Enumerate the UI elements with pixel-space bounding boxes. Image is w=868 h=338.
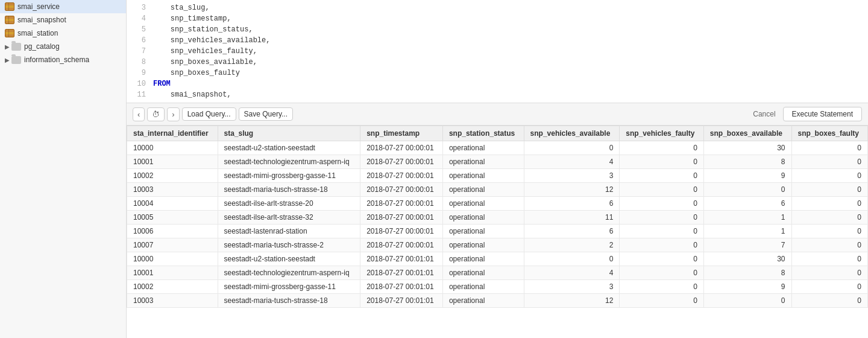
sidebar-item-pg_catalog[interactable]: ▶pg_catalog [0,40,126,53]
table-icon [5,2,14,11]
cell-snp_boxes_faulty: 0 [791,252,867,266]
sidebar-item-smai_snapshot[interactable]: smai_snapshot [0,13,126,27]
cell-sta_slug: seestadt-mimi-grossberg-gasse-11 [218,280,360,294]
code-content: snp_timestamp, [153,13,231,24]
code-line: 10FROM [127,78,868,89]
table-row[interactable]: 10000seestadt-u2-station-seestadt2018-07… [127,252,868,266]
cell-snp_timestamp: 2018-07-27 00:00:01 [360,183,443,197]
code-editor[interactable]: 3 sta_slug,4 snp_timestamp,5 snp_station… [127,0,868,103]
cell-sta_internal_identifier: 10005 [127,211,218,225]
table-row[interactable]: 10001seestadt-technologiezentrum-aspern-… [127,266,868,280]
code-line: 5 snp_station_status, [127,24,868,35]
expand-arrow-icon: ▶ [5,57,10,63]
column-header-sta_slug[interactable]: sta_slug [218,126,360,141]
code-content: sta_slug, [153,2,210,13]
line-number: 9 [131,68,146,78]
cell-snp_vehicles_faulty: 0 [620,211,703,225]
cell-snp_vehicles_available: 12 [524,183,620,197]
cell-snp_boxes_faulty: 0 [791,238,867,252]
cell-snp_vehicles_available: 6 [524,225,620,238]
cell-snp_boxes_faulty: 0 [791,197,867,211]
cell-snp_timestamp: 2018-07-27 00:01:01 [360,266,443,280]
cell-snp_boxes_available: 9 [703,280,791,294]
cell-sta_internal_identifier: 10002 [127,280,218,294]
save-query-button[interactable]: Save Query... [239,107,293,121]
folder-icon [11,43,21,51]
cell-snp_station_status: operational [442,155,524,169]
line-number: 6 [131,35,146,46]
cell-snp_boxes_faulty: 0 [791,155,867,169]
cell-snp_station_status: operational [442,197,524,211]
sidebar-item-smai_station[interactable]: smai_station [0,27,126,40]
cell-snp_vehicles_available: 3 [524,280,620,294]
cell-snp_boxes_available: 8 [703,266,791,280]
code-line: 8 snp_boxes_available, [127,57,868,68]
table-row[interactable]: 10001seestadt-technologiezentrum-aspern-… [127,155,868,169]
column-header-snp_timestamp[interactable]: snp_timestamp [360,126,443,141]
column-header-sta_internal_identifier[interactable]: sta_internal_identifier [127,126,218,141]
table-row[interactable]: 10003seestadt-maria-tusch-strasse-182018… [127,183,868,197]
table-row[interactable]: 10000seestadt-u2-station-seestadt2018-07… [127,141,868,155]
cell-snp_vehicles_faulty: 0 [620,169,703,183]
cell-sta_internal_identifier: 10007 [127,238,218,252]
cell-snp_timestamp: 2018-07-27 00:01:01 [360,294,443,308]
table-row[interactable]: 10002seestadt-mimi-grossberg-gasse-11201… [127,169,868,183]
sidebar-item-label: smai_snapshot [17,16,66,24]
sidebar-item-label: information_schema [24,56,89,64]
cell-sta_internal_identifier: 10002 [127,169,218,183]
cell-sta_slug: seestadt-lastenrad-station [218,225,360,238]
line-number: 5 [131,24,146,35]
cell-snp_vehicles_available: 2 [524,238,620,252]
sidebar-item-smai_service[interactable]: smai_service [0,0,126,13]
cell-snp_timestamp: 2018-07-27 00:01:01 [360,252,443,266]
cell-snp_timestamp: 2018-07-27 00:00:01 [360,211,443,225]
execute-button[interactable]: Execute Statement [783,107,862,121]
back-button[interactable]: ‹ [133,107,145,121]
table-row[interactable]: 10004seestadt-ilse-arlt-strasse-202018-0… [127,197,868,211]
cell-snp_vehicles_available: 4 [524,266,620,280]
load-query-button[interactable]: Load Query... [182,107,236,121]
table-row[interactable]: 10005seestadt-ilse-arlt-strasse-322018-0… [127,211,868,225]
code-line: 3 sta_slug, [127,2,868,13]
column-header-snp_boxes_faulty[interactable]: snp_boxes_faulty [791,126,867,141]
column-header-snp_vehicles_available[interactable]: snp_vehicles_available [524,126,620,141]
cell-snp_boxes_available: 0 [703,183,791,197]
table-row[interactable]: 10006seestadt-lastenrad-station2018-07-2… [127,225,868,238]
column-header-snp_vehicles_faulty[interactable]: snp_vehicles_faulty [620,126,703,141]
line-number: 4 [131,13,146,24]
results-table: sta_internal_identifiersta_slugsnp_times… [127,126,868,308]
code-content: snp_vehicles_available, [153,35,270,46]
cell-snp_vehicles_faulty: 0 [620,141,703,155]
folder-icon [11,56,21,64]
cell-snp_boxes_available: 30 [703,141,791,155]
code-content: snp_boxes_available, [153,57,257,68]
sidebar-item-information_schema[interactable]: ▶information_schema [0,53,126,66]
cell-sta_slug: seestadt-ilse-arlt-strasse-32 [218,211,360,225]
cell-snp_station_status: operational [442,238,524,252]
cell-snp_vehicles_available: 0 [524,252,620,266]
cell-snp_boxes_faulty: 0 [791,294,867,308]
cell-sta_internal_identifier: 10003 [127,294,218,308]
line-number: 11 [131,89,146,100]
cell-snp_timestamp: 2018-07-27 00:00:01 [360,197,443,211]
column-header-snp_station_status[interactable]: snp_station_status [442,126,524,141]
table-row[interactable]: 10002seestadt-mimi-grossberg-gasse-11201… [127,280,868,294]
table-row[interactable]: 10007seestadt-maria-tusch-strasse-22018-… [127,238,868,252]
table-row[interactable]: 10003seestadt-maria-tusch-strasse-182018… [127,294,868,308]
cancel-button[interactable]: Cancel [748,108,780,120]
expand-arrow-icon: ▶ [5,43,10,50]
cell-sta_slug: seestadt-mimi-grossberg-gasse-11 [218,169,360,183]
cell-sta_internal_identifier: 10004 [127,197,218,211]
cell-sta_slug: seestadt-u2-station-seestadt [218,252,360,266]
cell-sta_internal_identifier: 10001 [127,266,218,280]
results-container[interactable]: sta_internal_identifiersta_slugsnp_times… [127,126,868,338]
history-button[interactable]: ⏱ [147,107,165,121]
cell-snp_vehicles_available: 4 [524,155,620,169]
column-header-snp_boxes_available[interactable]: snp_boxes_available [703,126,791,141]
cell-sta_internal_identifier: 10000 [127,141,218,155]
cell-snp_boxes_available: 8 [703,155,791,169]
code-content: smai_snapshot, [153,89,231,100]
cell-snp_boxes_available: 7 [703,238,791,252]
main-content: 3 sta_slug,4 snp_timestamp,5 snp_station… [127,0,868,338]
forward-button[interactable]: › [167,107,179,121]
